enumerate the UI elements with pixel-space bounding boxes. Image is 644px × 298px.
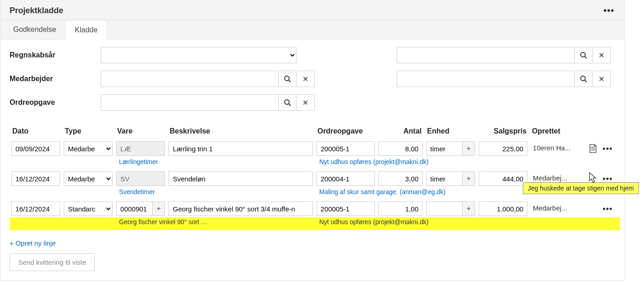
header-more-icon[interactable]: ••• bbox=[602, 5, 616, 16]
enhed-input[interactable] bbox=[426, 141, 462, 156]
send-receipt-button[interactable]: Send kvittering til viste bbox=[10, 253, 95, 271]
oprettet-text: Medarbej... bbox=[531, 174, 567, 182]
th-ordreopgave[interactable]: Ordreopgave bbox=[315, 123, 377, 140]
label-regnskabsaar: Regnskabsår bbox=[10, 51, 101, 59]
search-icon[interactable] bbox=[278, 71, 296, 87]
vare-input[interactable] bbox=[116, 171, 165, 186]
th-oprettet[interactable]: Oprettet bbox=[529, 123, 582, 140]
label-ordreopgave: Ordreopgave bbox=[10, 98, 101, 107]
subrow-right[interactable]: Nyt udhus opføres (projekt@makni.dk) bbox=[315, 157, 477, 170]
svg-line-3 bbox=[289, 80, 291, 82]
panel-header: Projektkladde ••• bbox=[0, 0, 624, 20]
note-icon[interactable] bbox=[589, 144, 597, 153]
filter-right-1-input[interactable] bbox=[397, 47, 574, 63]
enhed-add-button[interactable]: + bbox=[462, 201, 475, 216]
svg-point-6 bbox=[285, 100, 289, 104]
beskrivelse-input[interactable] bbox=[169, 141, 313, 156]
type-select[interactable]: Medarbe bbox=[64, 141, 112, 156]
type-select[interactable]: Medarbe bbox=[64, 171, 112, 186]
table-row: Medarbe+10eren Ha...••• bbox=[10, 140, 620, 157]
search-icon[interactable] bbox=[574, 71, 593, 87]
th-antal[interactable]: Antal bbox=[377, 123, 424, 140]
th-enhed[interactable]: Enhed bbox=[424, 123, 477, 140]
salgspris-input[interactable] bbox=[479, 141, 527, 156]
subrow-right[interactable]: Maling af skur samt garage. (anman@eg.dk… bbox=[315, 187, 477, 200]
enhed-add-button[interactable]: + bbox=[462, 171, 475, 186]
antal-input[interactable] bbox=[378, 171, 423, 186]
add-line-button[interactable]: + Opret ny linje bbox=[10, 239, 56, 247]
filter-right-2-input[interactable] bbox=[397, 71, 574, 87]
subrow-right[interactable]: Nyt udhus opføres (projekt@makni.dk) bbox=[315, 217, 477, 230]
dato-input[interactable] bbox=[11, 171, 60, 186]
input-ordreopgave[interactable] bbox=[101, 94, 278, 111]
th-vare[interactable]: Vare bbox=[114, 123, 167, 140]
th-type[interactable]: Type bbox=[62, 123, 114, 140]
row-more-icon[interactable]: ••• bbox=[601, 204, 614, 214]
oprettet-text: Medarbej... bbox=[531, 204, 567, 212]
th-dato[interactable]: Dato bbox=[10, 123, 62, 140]
table-row: Standarc++Medarbej...••• bbox=[10, 200, 620, 217]
label-medarbejder: Medarbejder bbox=[10, 75, 101, 83]
oprettet-text: 10eren Ha... bbox=[531, 144, 571, 152]
vare-input[interactable] bbox=[116, 201, 152, 216]
enhed-add-button[interactable]: + bbox=[462, 141, 475, 156]
clear-icon[interactable]: ✕ bbox=[296, 71, 315, 87]
subrow-left[interactable]: Georg fischer vinkel 90° sort … bbox=[114, 217, 315, 230]
search-icon[interactable] bbox=[574, 47, 593, 63]
vare-input[interactable] bbox=[116, 141, 165, 156]
beskrivelse-input[interactable] bbox=[169, 171, 313, 186]
beskrivelse-input[interactable] bbox=[169, 201, 313, 216]
page-title: Projektkladde bbox=[10, 6, 63, 15]
clear-icon[interactable]: ✕ bbox=[296, 94, 315, 111]
type-select[interactable]: Standarc bbox=[64, 201, 112, 216]
table-subrow: Georg fischer vinkel 90° sort …Nyt udhus… bbox=[10, 217, 620, 230]
th-salgspris[interactable]: Salgspris bbox=[477, 123, 529, 140]
svg-line-7 bbox=[289, 104, 291, 106]
svg-point-4 bbox=[581, 76, 585, 81]
ordreopgave-input[interactable] bbox=[317, 141, 375, 156]
dato-input[interactable] bbox=[11, 201, 60, 216]
table-subrow: LærlingetimerNyt udhus opføres (projekt@… bbox=[10, 157, 620, 170]
subrow-left[interactable]: Svendetimer bbox=[114, 187, 315, 200]
dato-input[interactable] bbox=[11, 141, 60, 156]
select-regnskabsaar[interactable] bbox=[101, 47, 296, 63]
row-more-icon[interactable]: ••• bbox=[601, 144, 614, 154]
svg-point-2 bbox=[285, 76, 289, 81]
vare-add-button[interactable]: + bbox=[152, 201, 165, 216]
salgspris-input[interactable] bbox=[479, 201, 527, 216]
clear-icon[interactable]: ✕ bbox=[593, 47, 611, 63]
ordreopgave-input[interactable] bbox=[317, 171, 375, 186]
journal-table: Dato Type Vare Beskrivelse Ordreopgave A… bbox=[10, 123, 620, 230]
subrow-left[interactable]: Lærlingetimer bbox=[114, 157, 315, 170]
note-tooltip: Jeg huskede at tage stigen med hjem bbox=[523, 182, 639, 194]
ordreopgave-input[interactable] bbox=[317, 201, 375, 216]
input-medarbejder[interactable] bbox=[101, 71, 278, 87]
svg-line-5 bbox=[585, 80, 587, 82]
enhed-input[interactable] bbox=[426, 171, 462, 186]
search-icon[interactable] bbox=[278, 94, 296, 111]
salgspris-input[interactable] bbox=[479, 171, 527, 186]
svg-line-1 bbox=[585, 57, 587, 58]
enhed-input[interactable] bbox=[426, 201, 462, 216]
tab-kladde[interactable]: Kladde bbox=[65, 20, 107, 40]
antal-input[interactable] bbox=[378, 141, 423, 156]
antal-input[interactable] bbox=[378, 201, 423, 216]
th-beskrivelse[interactable]: Beskrivelse bbox=[167, 123, 315, 140]
svg-point-0 bbox=[581, 52, 585, 57]
clear-icon[interactable]: ✕ bbox=[593, 71, 611, 87]
tabs: Godkendelse Kladde bbox=[0, 20, 624, 40]
tab-godkendelse[interactable]: Godkendelse bbox=[4, 20, 65, 39]
